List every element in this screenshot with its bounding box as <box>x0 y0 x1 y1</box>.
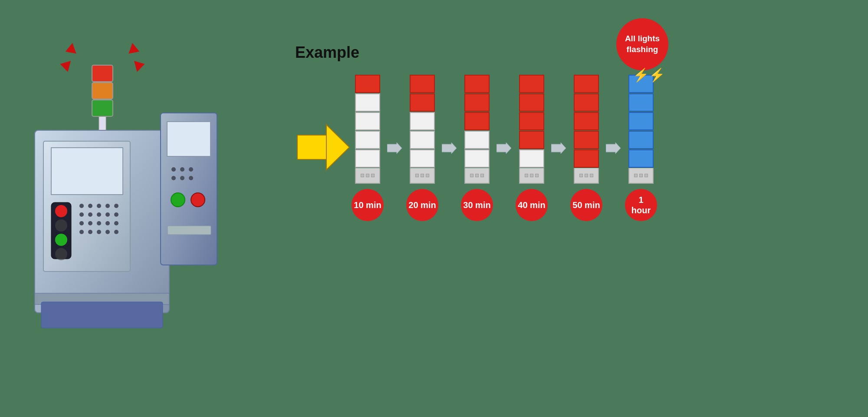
svg-point-22 <box>79 212 84 217</box>
tower-1-seg-3 <box>355 112 380 130</box>
small-arrow-3 <box>496 142 512 155</box>
svg-rect-3 <box>92 100 113 116</box>
svg-point-20 <box>105 204 110 208</box>
tower-4-base <box>519 168 544 184</box>
tower-2-seg-2 <box>410 93 435 112</box>
tower-3-seg-1 <box>464 75 490 93</box>
tower-6-seg-3 <box>628 112 654 130</box>
svg-rect-2 <box>92 83 113 99</box>
svg-point-32 <box>79 230 84 234</box>
lightning-icon: ⚡⚡ <box>633 67 665 83</box>
base-dot <box>634 174 638 177</box>
svg-point-44 <box>189 176 193 180</box>
svg-point-14 <box>55 219 67 232</box>
tower-3-body <box>464 75 490 184</box>
tower-5-seg-1 <box>574 75 599 93</box>
base-dot <box>366 174 369 177</box>
svg-point-23 <box>88 212 92 217</box>
tower-6-body <box>628 75 654 184</box>
svg-point-31 <box>114 221 118 225</box>
time-badge-3: 30 min <box>461 189 493 221</box>
diagram-row: 10 min 20 min <box>295 75 851 221</box>
tower-4-seg-5 <box>519 149 544 168</box>
tower-3-seg-2 <box>464 93 490 112</box>
base-dot <box>579 174 583 177</box>
svg-point-45 <box>171 193 185 207</box>
base-dot <box>470 174 473 177</box>
svg-marker-53 <box>442 142 457 154</box>
big-arrow-icon <box>295 121 352 175</box>
svg-rect-11 <box>51 148 123 195</box>
tower-4-seg-4 <box>519 131 544 149</box>
tower-2-body <box>409 75 435 184</box>
tower-1-seg-4 <box>355 131 380 149</box>
time-badge-2: 20 min <box>406 189 438 221</box>
svg-rect-1 <box>92 65 113 82</box>
svg-marker-52 <box>387 142 402 154</box>
tower-6-seg-4 <box>628 131 654 149</box>
tower-5-seg-5 <box>574 149 599 168</box>
tower-6-seg-2 <box>628 93 654 112</box>
svg-point-41 <box>189 167 193 172</box>
tower-1-body <box>355 75 381 184</box>
example-label: Example <box>295 43 851 62</box>
svg-point-43 <box>180 176 184 180</box>
svg-marker-56 <box>606 142 621 154</box>
svg-point-39 <box>171 167 176 172</box>
tower-3-base <box>464 168 490 184</box>
base-dot <box>421 174 424 177</box>
svg-point-13 <box>55 205 67 217</box>
tower-6: 1hour <box>625 75 657 221</box>
tower-1: 10 min <box>352 75 384 221</box>
tower-1-base <box>355 168 380 184</box>
tower-5-base <box>574 168 599 184</box>
svg-rect-38 <box>167 122 210 156</box>
svg-marker-55 <box>551 142 566 154</box>
base-dot <box>530 174 533 177</box>
time-badge-5: 50 min <box>570 189 602 221</box>
tower-1-seg-1 <box>355 75 380 93</box>
tower-2-seg-1 <box>410 75 435 93</box>
tower-5-seg-2 <box>574 93 599 112</box>
svg-point-34 <box>97 230 101 234</box>
base-dot <box>639 174 643 177</box>
tower-3-seg-3 <box>464 112 490 130</box>
base-dot <box>644 174 648 177</box>
time-badge-4: 40 min <box>516 189 548 221</box>
tower-5-body <box>573 75 599 184</box>
tower-6-base <box>628 168 654 184</box>
svg-marker-5 <box>59 59 71 72</box>
svg-point-46 <box>191 193 205 207</box>
base-dot <box>426 174 429 177</box>
svg-point-21 <box>114 204 118 208</box>
tower-1-seg-2 <box>355 93 380 112</box>
svg-point-36 <box>114 230 118 234</box>
base-dot <box>585 174 588 177</box>
machine-svg <box>26 26 252 374</box>
svg-marker-6 <box>128 43 141 57</box>
tower-2-base <box>410 168 435 184</box>
diagram-area: Example 10 min <box>295 43 851 221</box>
svg-point-28 <box>88 221 92 225</box>
tower-1-seg-5 <box>355 149 380 168</box>
tower-6-seg-5 <box>628 149 654 168</box>
base-dot <box>475 174 479 177</box>
time-badge-1: 10 min <box>352 189 384 221</box>
svg-rect-48 <box>41 302 163 328</box>
flash-bubble: All lightsflashing <box>616 18 668 70</box>
tower-2: 20 min <box>406 75 438 221</box>
tower-2-seg-5 <box>410 149 435 168</box>
svg-point-40 <box>180 167 184 172</box>
time-badge-6: 1hour <box>625 189 657 221</box>
svg-point-27 <box>79 221 84 225</box>
base-dot <box>371 174 375 177</box>
tower-3-seg-5 <box>464 149 490 168</box>
svg-point-42 <box>171 176 176 180</box>
tower-4-seg-3 <box>519 112 544 130</box>
base-dot <box>361 174 364 177</box>
base-dot <box>590 174 593 177</box>
svg-point-24 <box>97 212 101 217</box>
tower-5: 50 min <box>570 75 602 221</box>
svg-marker-4 <box>63 43 76 57</box>
machine-illustration <box>26 26 252 374</box>
